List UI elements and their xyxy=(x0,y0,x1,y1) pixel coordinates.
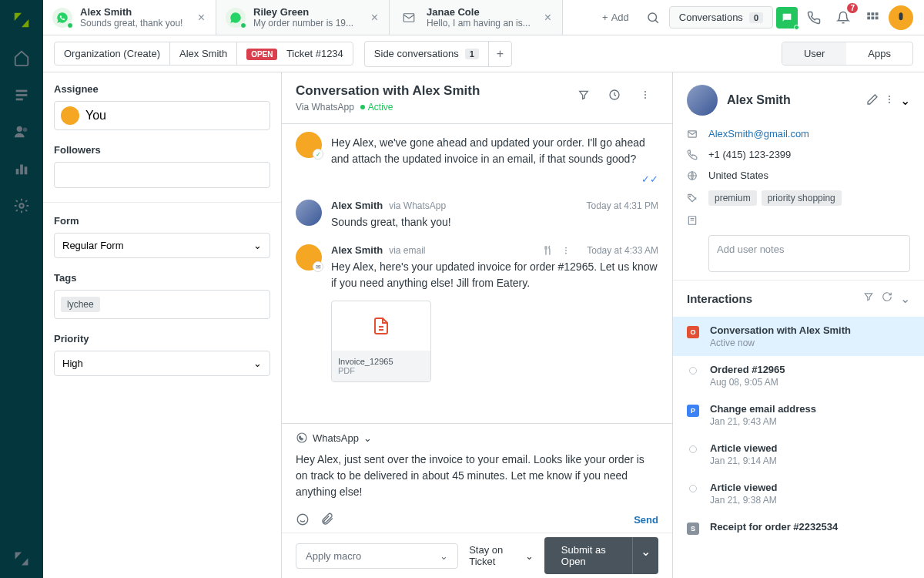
message-channel: via WhatsApp xyxy=(389,200,446,211)
user-avatar[interactable] xyxy=(889,5,913,30)
assignee-field[interactable]: You xyxy=(54,101,270,130)
phone-icon[interactable] xyxy=(801,6,827,29)
breadcrumb-org[interactable]: Organization (Create) xyxy=(55,42,170,65)
submit-button[interactable]: Submit as Open xyxy=(544,537,632,574)
chevron-down-icon[interactable]: ⌄ xyxy=(900,291,910,306)
refresh-icon[interactable] xyxy=(882,291,892,306)
agent-avatar: ✓ xyxy=(296,132,322,158)
interaction-sub: Active now xyxy=(710,338,851,348)
interaction-sub: Jan 21, 9:14 AM xyxy=(710,455,777,466)
svg-point-20 xyxy=(644,97,646,99)
nav-reporting-icon[interactable] xyxy=(13,160,30,177)
nav-views-icon[interactable] xyxy=(13,86,30,103)
side-conv-label: Side conversations xyxy=(374,48,459,59)
interaction-item[interactable]: Article viewed Jan 21, 9:38 AM xyxy=(673,474,924,513)
svg-point-3 xyxy=(17,126,22,132)
interaction-title: Article viewed xyxy=(710,482,777,493)
more-icon[interactable] xyxy=(561,245,571,256)
svg-rect-7 xyxy=(25,166,28,174)
user-tab[interactable]: User xyxy=(782,42,846,65)
user-tag[interactable]: premium xyxy=(708,190,757,206)
nav-customers-icon[interactable] xyxy=(13,123,30,140)
whatsapp-icon xyxy=(52,8,72,28)
user-tag[interactable]: priority shopping xyxy=(762,190,842,206)
more-icon[interactable] xyxy=(883,93,896,108)
search-icon[interactable] xyxy=(640,6,666,29)
side-conv-count: 1 xyxy=(465,49,479,59)
chevron-down-icon: ⌄ xyxy=(440,550,448,562)
timeline-dot-icon xyxy=(689,367,697,375)
apps-tab[interactable]: Apps xyxy=(846,42,912,65)
user-notes-field[interactable]: Add user notes xyxy=(708,235,910,272)
interaction-item[interactable]: O Conversation with Alex Smith Active no… xyxy=(673,317,924,356)
filter-icon[interactable] xyxy=(863,291,874,306)
message: Alex Smith via WhatsApp Today at 4:31 PM… xyxy=(296,200,658,230)
conversations-count: 0 xyxy=(749,12,763,23)
interaction-item[interactable]: S Receipt for order #2232534 xyxy=(673,513,924,543)
status-badge: S xyxy=(687,523,699,535)
read-receipt-icon: ✓✓ xyxy=(641,173,658,185)
breadcrumb-ticket[interactable]: OPEN Ticket #1234 xyxy=(237,42,353,65)
user-email[interactable]: AlexSmith@gmail.com xyxy=(708,128,809,139)
tab-alex-smith[interactable]: Alex Smith Sounds great, thank you! × xyxy=(43,0,216,35)
tab-close-icon[interactable]: × xyxy=(543,9,553,26)
ticket-number: Ticket #1234 xyxy=(286,48,343,59)
interaction-title: Receipt for order #2232534 xyxy=(710,521,838,533)
send-button[interactable]: Send xyxy=(634,514,658,526)
followers-field[interactable] xyxy=(54,162,270,188)
breadcrumb-user[interactable]: Alex Smith xyxy=(170,42,237,65)
emoji-icon[interactable] xyxy=(296,512,310,526)
stay-label: Stay on Ticket xyxy=(469,544,522,567)
svg-rect-14 xyxy=(867,16,870,19)
composer-channel[interactable]: WhatsApp xyxy=(313,432,359,444)
apps-grid-icon[interactable] xyxy=(859,6,886,29)
interactions-list: O Conversation with Alex Smith Active no… xyxy=(673,317,924,578)
plus-icon: + xyxy=(602,12,608,23)
edit-icon[interactable] xyxy=(866,93,879,108)
chevron-down-icon[interactable]: ⌄ xyxy=(363,432,372,444)
priority-select[interactable]: High ⌄ xyxy=(54,351,270,376)
chat-status-icon[interactable] xyxy=(776,7,798,29)
message-time: Today at 4:31 PM xyxy=(587,200,658,211)
svg-point-22 xyxy=(565,250,567,251)
user-name: Alex Smith xyxy=(727,93,791,107)
tab-riley-green[interactable]: Riley Green My order number is 19... × xyxy=(216,0,390,35)
conversations-button[interactable]: Conversations 0 xyxy=(669,6,773,29)
tags-field[interactable]: lychee xyxy=(54,290,270,319)
svg-rect-5 xyxy=(16,169,19,174)
svg-rect-13 xyxy=(875,12,879,15)
breadcrumb: Organization (Create) Alex Smith OPEN Ti… xyxy=(54,42,353,66)
interaction-item[interactable]: Ordered #12965 Aug 08, 9:05 AM xyxy=(673,356,924,395)
ticket-header-bar: Organization (Create) Alex Smith OPEN Ti… xyxy=(43,35,924,72)
notifications-icon[interactable]: 7 xyxy=(830,6,856,29)
side-conv-button[interactable]: Side conversations 1 xyxy=(365,42,488,65)
stay-on-ticket-select[interactable]: Stay on Ticket ⌄ xyxy=(469,544,534,567)
composer-text[interactable]: Hey Alex, just sent over the invoice to … xyxy=(282,452,672,506)
nav-home-icon[interactable] xyxy=(13,49,30,66)
interaction-title: Conversation with Alex Smith xyxy=(710,324,851,336)
attachment-icon[interactable] xyxy=(320,512,334,526)
ticket-footer: Apply macro ⌄ Stay on Ticket ⌄ Submit as… xyxy=(282,533,672,578)
left-nav-rail xyxy=(0,0,43,578)
add-side-conv-icon[interactable]: + xyxy=(488,42,511,66)
svg-point-27 xyxy=(889,99,890,100)
interaction-item[interactable]: P Change email address Jan 21, 9:43 AM xyxy=(673,395,924,435)
tab-close-icon[interactable]: × xyxy=(370,9,380,26)
status-badge: O xyxy=(687,326,699,338)
add-tab-button[interactable]: + Add xyxy=(594,7,637,28)
attachment[interactable]: Invoice_12965 PDF xyxy=(331,301,431,382)
chevron-down-icon[interactable]: ⌄ xyxy=(900,93,910,108)
nav-admin-icon[interactable] xyxy=(13,197,30,214)
filter-icon[interactable] xyxy=(571,83,597,106)
tab-close-icon[interactable]: × xyxy=(196,9,206,26)
form-select[interactable]: Regular Form ⌄ xyxy=(54,233,270,258)
tab-janae-cole[interactable]: Janae Cole Hello, I am having an is... × xyxy=(390,0,563,35)
interaction-item[interactable]: Article viewed Jan 21, 9:14 AM xyxy=(673,435,924,474)
more-icon[interactable] xyxy=(632,83,658,106)
chevron-down-icon: ⌄ xyxy=(525,550,534,562)
submit-dropdown-icon[interactable]: ⌄ xyxy=(632,537,658,574)
history-icon[interactable] xyxy=(601,83,628,106)
tag-chip[interactable]: lychee xyxy=(61,297,100,312)
nav-zendesk-icon[interactable] xyxy=(13,550,30,567)
apply-macro-select[interactable]: Apply macro ⌄ xyxy=(296,543,458,569)
